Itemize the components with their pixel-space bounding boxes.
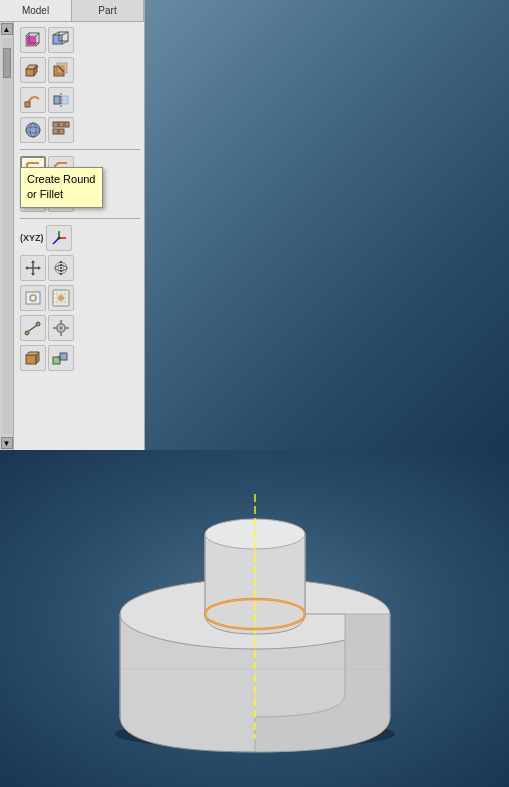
icon-row-1: [18, 26, 142, 54]
svg-point-21: [26, 123, 40, 137]
extrude-icon[interactable]: [20, 57, 46, 83]
scroll-indicator: ▲ ▼: [0, 22, 14, 450]
svg-rect-27: [53, 129, 58, 134]
svg-rect-5: [53, 35, 62, 44]
mirror-icon[interactable]: [48, 87, 74, 113]
svg-rect-26: [65, 122, 69, 127]
coordinate-system-icon[interactable]: [46, 225, 72, 251]
scroll-down-btn[interactable]: ▼: [1, 437, 13, 449]
model-container: [45, 469, 465, 769]
svg-rect-10: [26, 69, 34, 76]
tools-settings-icon[interactable]: [48, 315, 74, 341]
svg-rect-28: [59, 129, 64, 134]
toolbar-scroll: ▲ ▼: [0, 22, 144, 450]
icon-grid: (XYZ): [16, 22, 144, 376]
bottom-section[interactable]: [0, 450, 509, 787]
svg-marker-32: [56, 193, 66, 205]
svg-rect-74: [60, 353, 67, 360]
divider-1: [20, 149, 140, 150]
icon-row-6: [18, 185, 142, 213]
move-icon[interactable]: [20, 255, 46, 281]
toolbar-panel: Model Part ▲ ▼: [0, 0, 145, 450]
svg-marker-43: [38, 266, 41, 270]
icon-row-4: [18, 116, 142, 144]
svg-rect-68: [53, 327, 57, 329]
xyz-label: (XYZ): [20, 233, 44, 243]
viewport-area[interactable]: [145, 0, 509, 450]
solid-body-icon[interactable]: [20, 345, 46, 371]
svg-point-65: [59, 326, 63, 330]
scroll-track: [2, 38, 12, 434]
sweep-icon[interactable]: [20, 87, 46, 113]
icon-row-8: [18, 254, 142, 282]
svg-point-37: [57, 237, 60, 240]
svg-point-63: [25, 331, 29, 335]
svg-rect-18: [54, 96, 60, 104]
draft-icon[interactable]: [48, 186, 74, 212]
svg-rect-73: [53, 357, 60, 364]
scroll-thumb: [3, 48, 11, 78]
svg-rect-15: [57, 63, 67, 73]
texture-icon[interactable]: [48, 285, 74, 311]
svg-rect-66: [60, 320, 62, 324]
icon-row-10: [18, 314, 142, 342]
icon-row-7: (XYZ): [18, 224, 142, 252]
new-solid-icon[interactable]: [20, 27, 46, 53]
svg-rect-67: [60, 332, 62, 336]
scroll-up-btn[interactable]: ▲: [1, 23, 13, 35]
svg-rect-0: [26, 36, 36, 46]
rotate-3d-icon[interactable]: [48, 255, 74, 281]
toolbar-tabs: Model Part: [0, 0, 144, 22]
icon-row-3: [18, 86, 142, 114]
svg-point-59: [58, 295, 64, 301]
svg-rect-24: [53, 122, 58, 127]
chamfer-icon[interactable]: [48, 156, 74, 182]
round-fillet-icon[interactable]: [20, 156, 46, 182]
sphere-icon[interactable]: [20, 117, 46, 143]
icon-row-5: [18, 155, 142, 183]
tab-part[interactable]: Part: [72, 0, 144, 21]
face-view-icon[interactable]: [48, 27, 74, 53]
assembly-icon[interactable]: [48, 345, 74, 371]
array-icon[interactable]: [48, 117, 74, 143]
icon-row-2: [18, 56, 142, 84]
svg-point-62: [36, 322, 40, 326]
measure-icon[interactable]: [20, 315, 46, 341]
3d-model-svg: [45, 469, 465, 769]
icon-row-11: [18, 344, 142, 372]
svg-marker-40: [31, 260, 35, 263]
svg-rect-25: [59, 122, 64, 127]
shell-icon[interactable]: [20, 186, 46, 212]
svg-marker-41: [31, 273, 35, 276]
sketch-mode-icon[interactable]: [20, 285, 46, 311]
svg-rect-70: [26, 355, 36, 364]
svg-rect-19: [62, 96, 68, 104]
svg-marker-42: [25, 266, 28, 270]
icon-row-9: [18, 284, 142, 312]
tab-model[interactable]: Model: [0, 0, 72, 21]
divider-2: [20, 218, 140, 219]
svg-rect-69: [65, 327, 69, 329]
cut-icon[interactable]: [48, 57, 74, 83]
svg-rect-17: [25, 102, 30, 107]
top-section: Model Part ▲ ▼: [0, 0, 509, 450]
